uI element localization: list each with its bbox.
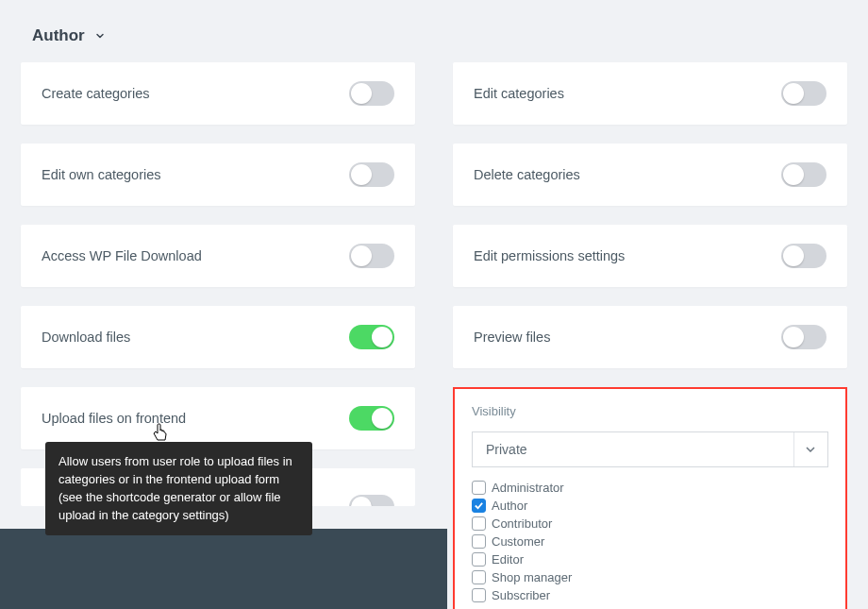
toggle-edit-categories[interactable] [781,81,826,106]
toggle-preview-files[interactable] [781,325,826,349]
cursor-pointer-icon [152,423,169,444]
checkbox-contributor[interactable] [472,516,486,531]
role-item-subscriber[interactable]: Subscriber [472,588,828,602]
toggle-access-wp-file-download[interactable] [349,244,394,268]
role-name: Author [492,499,527,513]
checkbox-customer[interactable] [472,534,486,549]
visibility-role-list: Administrator Author Contributor [472,481,828,602]
perm-edit-permissions-settings: Edit permissions settings [453,225,847,287]
role-item-customer[interactable]: Customer [472,534,828,549]
perm-edit-own-categories: Edit own categories [21,144,415,206]
perm-label: Create categories [42,86,149,101]
perm-label: Access WP File Download [42,248,202,263]
checkbox-author[interactable] [472,499,486,513]
visibility-select[interactable]: Private [472,431,828,467]
role-name: Shop manager [492,570,572,584]
role-name: Subscriber [492,588,550,602]
perm-upload-files-frontend: Upload files on frontend Allow users fro… [21,387,415,449]
role-item-contributor[interactable]: Contributor [472,516,828,531]
checkbox-editor[interactable] [472,552,486,567]
toggle-edit-permissions-settings[interactable] [781,244,826,268]
checkbox-administrator[interactable] [472,481,486,495]
perm-create-categories: Create categories [21,62,415,125]
role-name: Customer [492,534,544,549]
toggle-edit-own-categories[interactable] [349,162,394,187]
role-label: Author [32,26,85,45]
toggle-delete-categories[interactable] [781,162,826,187]
caret-down-icon [806,447,815,452]
role-name: Contributor [492,516,552,531]
visibility-selected-value: Private [486,442,527,457]
toggle-download-files[interactable] [349,325,394,349]
perm-preview-files: Preview files [453,306,847,368]
role-item-administrator[interactable]: Administrator [472,481,828,495]
perm-label: Edit permissions settings [474,248,625,263]
perm-label: Preview files [474,330,550,345]
toggle-partial[interactable] [349,495,394,506]
visibility-title: Visibility [472,404,828,418]
perm-edit-categories: Edit categories [453,62,847,125]
tooltip-text: Allow users from user role to upload fil… [58,454,292,522]
select-arrow [793,432,826,466]
perm-label: Edit categories [474,86,564,101]
tooltip-upload-files: Allow users from user role to upload fil… [45,442,312,535]
perm-label: Edit own categories [42,167,161,182]
checkbox-subscriber[interactable] [472,588,486,602]
perm-delete-categories: Delete categories [453,144,847,206]
role-item-editor[interactable]: Editor [472,552,828,567]
chevron-down-icon [94,30,106,42]
role-item-author[interactable]: Author [472,499,828,513]
role-name: Editor [492,552,524,567]
perm-access-wp-file-download: Access WP File Download [21,225,415,287]
role-dropdown-header[interactable]: Author [32,26,106,45]
perm-label: Download files [42,330,130,345]
toggle-create-categories[interactable] [349,81,394,106]
role-name: Administrator [492,481,564,495]
visibility-panel: Visibility Private Administrator [453,387,847,609]
checkbox-shop-manager[interactable] [472,570,486,584]
perm-label: Delete categories [474,167,580,182]
role-item-shop-manager[interactable]: Shop manager [472,570,828,584]
toggle-upload-files-frontend[interactable] [349,406,394,431]
perm-download-files: Download files [21,306,415,368]
